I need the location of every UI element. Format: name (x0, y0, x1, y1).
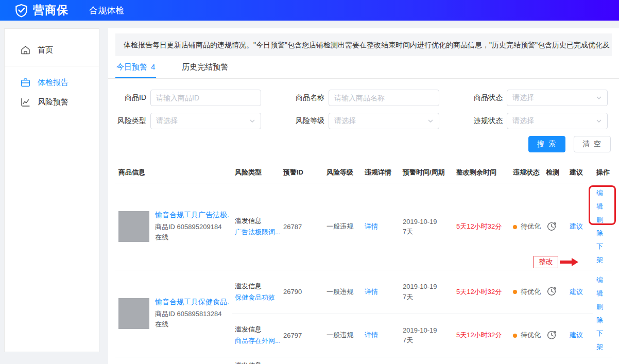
suggest-cell: 建议 (566, 314, 593, 357)
alert-id-cell: 26791 (280, 357, 323, 364)
alert-id-cell: 26797 (280, 314, 323, 357)
risk-level-cell: 一般违规 (323, 183, 362, 270)
violation-status-cell: 待优化 (510, 314, 543, 357)
shield-check-icon (14, 4, 28, 18)
product-id-input[interactable] (156, 94, 255, 102)
remaining-time-cell: 5天12小时32分 (453, 183, 510, 270)
violation-status-cell: 待优化 (510, 270, 543, 314)
alert-period: 7天 (403, 227, 450, 237)
filter-label: 违规状态 (472, 116, 503, 126)
col-suggest: 建议 (566, 162, 593, 183)
sidebar-item-report[interactable]: 体检报告 (5, 73, 99, 92)
delete-link[interactable]: 删除 (596, 213, 609, 240)
filter-label: 风险等级 (294, 116, 324, 126)
product-status-select[interactable]: 请选择 (507, 90, 608, 106)
filter-form: 商品ID 商品名称 商品状态 请选择 风险类型 (115, 90, 612, 152)
risk-category: 滥发信息 (235, 325, 277, 334)
risk-name-link[interactable]: 广告法极限词... (235, 228, 277, 237)
tab-history-alerts[interactable]: 历史完结预警 (181, 56, 229, 78)
risk-level-select[interactable]: 请选择 (329, 113, 439, 129)
annotation-label: 整改 (534, 256, 558, 268)
clock-history-icon[interactable] (546, 220, 557, 232)
select-placeholder: 请选择 (156, 116, 249, 126)
violation-status-select[interactable]: 请选择 (507, 113, 608, 129)
suggest-cell: 建议 (566, 270, 593, 314)
risk-type-select[interactable]: 请选择 (150, 113, 261, 129)
risk-level-cell: 一般违规 (323, 270, 362, 314)
product-image (118, 298, 149, 329)
delete-link[interactable]: 删除 (596, 300, 609, 327)
remaining-time: 5天12小时32分 (456, 288, 502, 296)
filter-label: 风险类型 (115, 116, 146, 126)
edit-link[interactable]: 编辑 (596, 273, 609, 300)
detail-link[interactable]: 详情 (365, 288, 378, 296)
offshelf-link[interactable]: 下架 (596, 327, 609, 354)
risk-name-link[interactable]: 商品存在外网... (235, 336, 277, 345)
status-dot (513, 290, 517, 294)
product-cell: 愉音合规工具广告法极... 商品ID 605895209184 在线 (115, 183, 232, 270)
product-cell: 愉音合规工具保健食品... 商品ID 605895813284 在线 (115, 270, 232, 357)
select-placeholder: 请选择 (512, 116, 596, 126)
app-title: 合规体检 (89, 5, 124, 16)
clear-button[interactable]: 清 空 (574, 136, 611, 152)
col-product-info: 商品信息 (115, 162, 232, 183)
alert-date: 2019-10-19 (403, 325, 450, 336)
product-status: 在线 (155, 232, 229, 242)
check-cell (543, 314, 566, 357)
detail-link[interactable]: 详情 (365, 222, 378, 230)
sidebar-item-home[interactable]: 首页 (5, 40, 99, 60)
table-row: 愉音合规工具广告法极... 商品ID 605895209184 在线 滥发信息 … (115, 183, 612, 270)
product-image (118, 211, 149, 242)
risk-category: 滥发信息 (235, 282, 277, 291)
col-remaining-time: 整改剩余时间 (453, 162, 510, 183)
sidebar-item-risk[interactable]: 风险预警 (5, 92, 99, 112)
risk-name-link[interactable]: 保健食品功效 (235, 293, 277, 302)
status-dot (513, 334, 517, 338)
alert-date: 2019-10-19 (403, 217, 450, 227)
col-action: 操作 (593, 162, 612, 183)
table-header-row: 商品信息 风险类型 预警ID 风险等级 违规详情 预警时间/周期 整改剩余时间 … (115, 162, 612, 183)
chevron-down-icon (596, 95, 602, 101)
report-icon (20, 77, 31, 88)
violation-status-cell: 待优化 (510, 357, 543, 364)
detail-cell: 详情 (362, 357, 400, 364)
product-title-link[interactable]: 愉音合规工具广告法极... (155, 211, 229, 220)
suggest-link[interactable]: 建议 (570, 222, 583, 230)
check-cell (543, 270, 566, 314)
tab-today-alerts[interactable]: 今日预警 4 (115, 56, 156, 78)
risk-type-cell: 滥发信息 保健食品功效 (232, 270, 280, 314)
alert-time-cell: 2019-10-19 7天 (400, 270, 453, 314)
detail-link[interactable]: 详情 (365, 331, 378, 339)
table-row: 滥发信息 商品存在外网... 26791 一般违规 详情 2019-10-19 … (115, 357, 612, 364)
alert-id-cell: 26787 (280, 183, 323, 270)
clock-history-icon[interactable] (546, 285, 557, 297)
offshelf-link[interactable]: 下架 (596, 240, 609, 267)
product-status: 在线 (155, 319, 229, 330)
col-alert-time: 预警时间/周期 (400, 162, 453, 183)
remaining-time: 5天12小时32分 (456, 331, 502, 339)
annotation: 整改 (534, 256, 579, 268)
edit-link[interactable]: 编辑 (596, 186, 609, 213)
risk-level-cell: 一般违规 (323, 314, 362, 357)
action-cell: 编辑 删除 下架 (593, 270, 612, 357)
suggest-link[interactable]: 建议 (570, 331, 583, 339)
annotation-arrow-icon (559, 257, 579, 267)
risk-type-cell: 滥发信息 广告法极限词... (232, 183, 280, 270)
product-id: 商品ID 605895813284 (155, 309, 229, 319)
suggest-link[interactable]: 建议 (570, 288, 583, 296)
detail-cell: 详情 (362, 314, 400, 357)
search-button[interactable]: 搜 索 (528, 136, 565, 152)
filter-product-id: 商品ID (115, 90, 261, 106)
risk-category: 滥发信息 (235, 216, 277, 226)
alert-time-cell: 2019-10-19 7天 (400, 183, 453, 270)
filter-product-name: 商品名称 (294, 90, 439, 106)
filter-label: 商品状态 (472, 93, 503, 102)
product-name-input[interactable] (334, 94, 434, 102)
sidebar: 首页 体检报告 风险预警 (4, 28, 99, 352)
filter-violation-status: 违规状态 请选择 (472, 113, 608, 129)
tab-bar: 今日预警 4 历史完结预警 (108, 56, 619, 79)
col-violation-detail: 违规详情 (362, 162, 400, 183)
clock-history-icon[interactable] (546, 329, 557, 340)
col-risk-level: 风险等级 (323, 162, 362, 183)
product-title-link[interactable]: 愉音合规工具保健食品... (155, 298, 229, 307)
